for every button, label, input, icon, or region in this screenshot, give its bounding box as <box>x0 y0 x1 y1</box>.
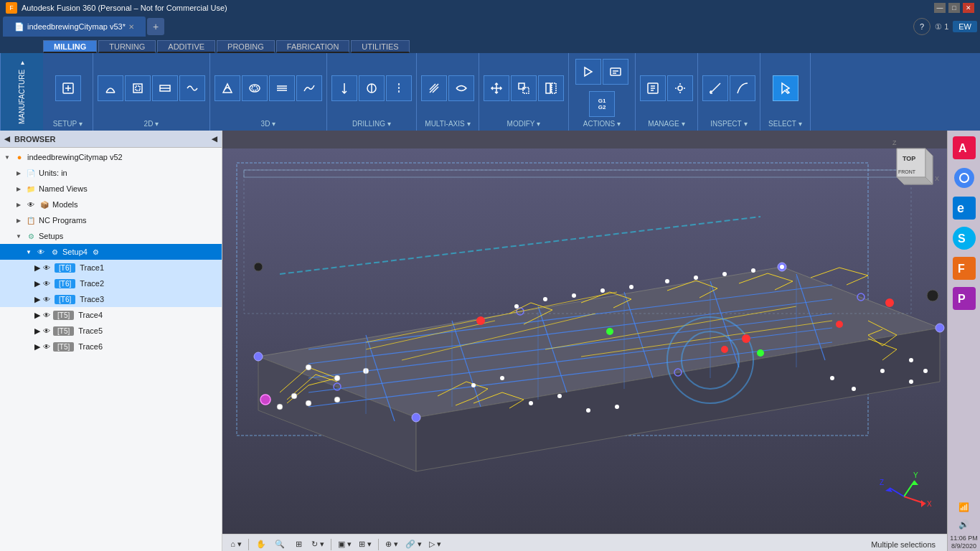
trace2-row[interactable]: ▶ 👁 [T6] Trace2 <box>0 276 222 291</box>
multi-axis-button[interactable] <box>448 75 474 101</box>
curvature-button[interactable] <box>730 75 755 101</box>
svg-point-89 <box>852 387 856 391</box>
tree-nc-programs[interactable]: ▶ 📋 NC Programs <box>0 212 222 228</box>
trace1-eye[interactable]: 👁 <box>43 264 50 272</box>
trace1-row[interactable]: ▶ 👁 [T6] Trace1 <box>0 260 222 276</box>
minimize-button[interactable]: — <box>934 3 946 13</box>
manufacture-button[interactable]: MANUFACTURE ▾ <box>0 53 43 131</box>
tab-milling[interactable]: MILLING <box>43 40 97 53</box>
tree-root[interactable]: ▼ ● indeedbrewingCitymap v52 <box>0 149 222 165</box>
2d-adaptive-button[interactable] <box>98 75 123 101</box>
3d-pocket-button[interactable] <box>242 75 268 101</box>
new-setup-button[interactable] <box>55 75 81 101</box>
trace6-eye[interactable]: 👁 <box>43 343 50 351</box>
network-icon[interactable]: 📶 <box>953 500 975 514</box>
select-mode-button[interactable] <box>773 75 798 101</box>
trace5-row[interactable]: ▶ 👁 [T5] Trace5 <box>0 323 222 339</box>
tab-fabrication[interactable]: FABRICATION <box>276 40 350 53</box>
tool-lib-button[interactable] <box>640 75 666 101</box>
chip-break-button[interactable] <box>386 75 412 101</box>
tree-setup4[interactable]: ▼ 👁 ⚙ Setup4 ⚙ <box>0 244 222 260</box>
home-view-button[interactable]: ⌂ ▾ <box>228 537 244 552</box>
svg-text:P: P <box>958 293 966 305</box>
maximize-button[interactable]: □ <box>948 3 960 13</box>
skype-button[interactable]: S <box>950 224 979 253</box>
svg-marker-123 <box>921 500 925 507</box>
3d-adaptive-button[interactable] <box>215 75 240 101</box>
horizontal-button[interactable] <box>269 75 295 101</box>
grid-button[interactable]: ⊞ ▾ <box>357 537 374 552</box>
select-label: SELECT ▾ <box>768 120 802 128</box>
svg-text:X: X <box>935 175 939 182</box>
animation-button[interactable]: ▷ ▾ <box>427 537 443 552</box>
volume-icon[interactable]: 🔊 <box>953 517 975 532</box>
display-mode-button[interactable]: ▣ ▾ <box>336 537 354 552</box>
g1g2-button[interactable]: G1G2 <box>589 91 615 117</box>
view-cube[interactable]: TOP FRONT X Z <box>882 138 940 195</box>
face-button[interactable] <box>152 75 178 101</box>
scallop-button[interactable] <box>296 75 322 101</box>
doc-settings-button[interactable] <box>667 75 693 101</box>
help-button[interactable]: ? <box>913 18 930 35</box>
trace5-eye[interactable]: 👁 <box>43 327 50 335</box>
snap-button[interactable]: ⊕ ▾ <box>383 537 400 552</box>
user-button[interactable]: EW <box>953 21 977 32</box>
active-document-tab[interactable]: 📄 indeedbrewingCitymap v53* ✕ <box>3 17 146 37</box>
svg-point-80 <box>306 400 311 406</box>
joint-button[interactable]: 🔗 ▾ <box>403 537 424 552</box>
bore-button[interactable] <box>359 75 385 101</box>
svg-point-95 <box>543 297 547 301</box>
back-arrow[interactable]: ◀ <box>4 135 10 143</box>
right-sidebar: A e S F <box>947 131 980 551</box>
trace4-row[interactable]: ▶ 👁 [T5] Trace4 <box>0 307 222 323</box>
tree-units[interactable]: ▶ 📄 Units: in <box>0 165 222 181</box>
units-expand: ▶ <box>14 169 23 177</box>
transform-button[interactable] <box>511 75 537 101</box>
zoom-fit-button[interactable]: ⊞ <box>291 537 306 552</box>
swarf-button[interactable] <box>421 75 447 101</box>
tab-close-button[interactable]: ✕ <box>128 23 134 31</box>
viewport[interactable]: TOP FRONT X Z X Y Z <box>222 131 947 551</box>
autodesk-account-button[interactable]: A <box>950 133 979 162</box>
named-views-label: Named Views <box>39 184 88 193</box>
close-button[interactable]: ✕ <box>963 3 974 13</box>
toolbar-area: MILLING TURNING ADDITIVE PROBING FABRICA… <box>0 37 980 131</box>
zoom-button[interactable]: 🔍 <box>272 537 288 552</box>
trace3-row[interactable]: ▶ 👁 [T6] Trace3 <box>0 291 222 307</box>
measure-button[interactable] <box>702 75 728 101</box>
trace6-row[interactable]: ▶ 👁 [T5] Trace6 <box>0 339 222 354</box>
trace4-eye[interactable]: 👁 <box>43 311 50 319</box>
document-icon: 📄 <box>14 22 24 32</box>
tree-setups[interactable]: ▼ ⚙ Setups <box>0 228 222 244</box>
new-tab-button[interactable]: + <box>147 18 164 35</box>
browser-expand[interactable]: ◀ <box>212 135 217 143</box>
3d-group: 3D ▾ <box>210 53 327 131</box>
trace3-eye[interactable]: 👁 <box>43 296 50 303</box>
orbit-button[interactable]: ↻ ▾ <box>309 537 326 552</box>
edge-button[interactable]: e <box>950 194 979 222</box>
svg-point-73 <box>742 334 750 343</box>
trace2-eye[interactable]: 👁 <box>43 280 50 288</box>
chrome-button[interactable] <box>950 164 979 192</box>
pan-button[interactable]: ✋ <box>253 537 269 552</box>
paint-button[interactable]: P <box>950 284 979 313</box>
3d-label: 3D ▾ <box>261 120 276 128</box>
svg-marker-22 <box>585 67 592 76</box>
split-button[interactable] <box>538 75 564 101</box>
2d-contour-button[interactable] <box>179 75 205 101</box>
setup4-settings-icon[interactable]: ⚙ <box>93 248 99 256</box>
2d-pocket-button[interactable] <box>125 75 151 101</box>
move-button[interactable] <box>484 75 509 101</box>
tab-additive[interactable]: ADDITIVE <box>157 40 215 53</box>
tab-turning[interactable]: TURNING <box>98 40 156 53</box>
trace1-tag: [T6] <box>55 263 75 273</box>
tree-named-views[interactable]: ▶ 📁 Named Views <box>0 181 222 197</box>
simulate-button[interactable] <box>575 59 601 85</box>
drill-button[interactable] <box>331 75 357 101</box>
tree-models[interactable]: ▶ 👁 📦 Models <box>0 197 222 212</box>
tab-probing[interactable]: PROBING <box>217 40 275 53</box>
fusion-button[interactable]: F <box>950 254 979 283</box>
svg-text:Z: Z <box>892 139 897 146</box>
tab-utilities[interactable]: UTILITIES <box>351 40 409 53</box>
post-button[interactable] <box>603 59 628 85</box>
